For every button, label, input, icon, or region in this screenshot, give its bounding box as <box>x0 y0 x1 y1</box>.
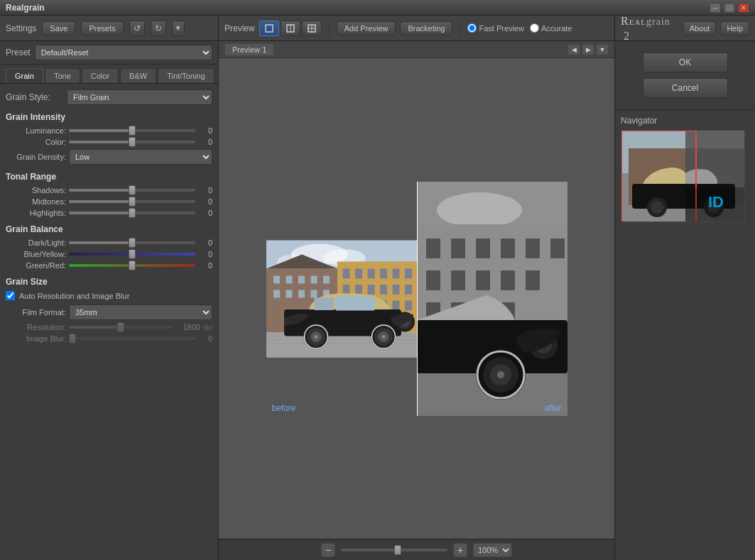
after-image <box>417 182 567 416</box>
dropdown-icon: ▼ <box>175 24 182 32</box>
resolution-row: Resolution: 1800 dpi <box>6 323 212 331</box>
ok-button[interactable]: OK <box>643 53 728 72</box>
image-blur-label: Image Blur: <box>6 334 66 343</box>
resolution-slider <box>69 326 173 329</box>
midtones-slider[interactable] <box>69 200 195 203</box>
green-red-slider[interactable] <box>69 264 195 267</box>
zoom-out-button[interactable]: − <box>321 543 335 557</box>
preset-select[interactable]: Default/Reset Custom <box>35 45 212 60</box>
svg-rect-12 <box>355 268 362 278</box>
grain-style-select[interactable]: Film Grain Digital Noise <box>67 89 212 105</box>
auto-resolution-label[interactable]: Auto Resolution and Image Blur <box>19 292 129 300</box>
left-toolbar: Settings Save Presets ↺ ↻ ▼ <box>0 16 218 41</box>
fast-preview-label: Fast Preview <box>479 24 524 33</box>
svg-rect-74 <box>476 270 490 290</box>
right-toolbar: Realgrain 2 About Help <box>615 16 755 41</box>
about-button[interactable]: About <box>683 21 717 35</box>
svg-rect-73 <box>451 270 465 290</box>
presets-button[interactable]: Presets <box>81 21 123 35</box>
next-button[interactable]: ▶ <box>582 44 594 55</box>
shadows-label: Shadows: <box>6 186 66 194</box>
accurate-radio[interactable] <box>530 23 539 33</box>
zoom-out-icon: − <box>325 544 331 556</box>
svg-rect-46 <box>335 296 374 310</box>
minimize-button[interactable]: ─ <box>710 3 721 13</box>
tab-grain[interactable]: Grain <box>6 68 43 83</box>
tonal-range-header: Tonal Range <box>6 172 212 182</box>
color-intensity-slider[interactable] <box>69 141 195 143</box>
navigator-preview: ID <box>621 130 745 222</box>
preset-label: Preset <box>6 48 31 57</box>
preview-image-container: before after <box>266 182 567 416</box>
preview-tab-1[interactable]: Preview 1 <box>224 43 274 56</box>
grain-style-label: Grain Style: <box>6 92 63 102</box>
shadows-row: Shadows: 0 <box>6 186 212 194</box>
svg-point-99 <box>651 201 663 214</box>
brand-grain: grain <box>646 16 670 27</box>
accurate-option[interactable]: Accurate <box>530 23 572 33</box>
add-preview-button[interactable]: Add Preview <box>337 21 396 35</box>
tab-tone[interactable]: Tone <box>45 68 80 83</box>
highlights-row: Highlights: 0 <box>6 209 212 217</box>
redo-button[interactable]: ↻ <box>151 21 166 36</box>
fast-preview-option[interactable]: Fast Preview <box>467 23 524 33</box>
svg-point-86 <box>497 371 504 378</box>
view-split-v-button[interactable] <box>302 21 322 36</box>
blue-yellow-row: Blue/Yellow: 0 <box>6 250 212 258</box>
prev-button[interactable]: ◀ <box>567 44 580 55</box>
tab-tint-toning[interactable]: Tint/Toning <box>158 68 214 83</box>
zoom-select[interactable]: 100% 50% 200% Fit <box>473 543 512 557</box>
dark-light-slider[interactable] <box>69 241 195 244</box>
center-panel: Preview <box>219 16 614 560</box>
svg-rect-11 <box>342 268 349 278</box>
svg-rect-32 <box>286 275 292 283</box>
svg-rect-13 <box>367 268 374 278</box>
close-button[interactable]: ✕ <box>738 3 749 13</box>
brand-version: 2 <box>624 30 630 42</box>
maximize-button[interactable]: □ <box>724 3 735 13</box>
svg-point-64 <box>437 192 522 228</box>
green-red-value: 0 <box>198 261 212 270</box>
svg-rect-31 <box>273 275 280 283</box>
blue-yellow-label: Blue/Yellow: <box>6 250 66 258</box>
luminance-label: Luminance: <box>6 126 66 135</box>
app-title: Realgrain <box>6 3 45 13</box>
grain-density-select[interactable]: Low Medium High <box>69 149 212 165</box>
film-format-select[interactable]: 35mm 120mm 4x5 <box>69 304 212 320</box>
brand-real: Real <box>621 15 646 27</box>
image-blur-slider <box>69 337 195 340</box>
auto-resolution-checkbox[interactable] <box>6 291 15 300</box>
before-label: before <box>272 403 296 413</box>
toolbar-dropdown[interactable]: ▼ <box>172 21 185 36</box>
fast-preview-radio[interactable] <box>467 23 477 33</box>
highlights-slider[interactable] <box>69 212 195 214</box>
settings-label: Settings <box>6 23 36 33</box>
color-intensity-label: Color: <box>6 138 66 146</box>
tab-color[interactable]: Color <box>82 68 119 83</box>
view-single-button[interactable] <box>259 21 279 36</box>
bracketing-button[interactable]: Bracketing <box>400 21 452 35</box>
save-button[interactable]: Save <box>42 21 75 35</box>
resolution-unit: dpi <box>203 324 212 331</box>
svg-rect-18 <box>355 285 362 295</box>
svg-rect-19 <box>367 285 374 295</box>
tab-bw[interactable]: B&W <box>120 68 156 83</box>
view-split-h-button[interactable] <box>281 21 300 36</box>
zoom-in-button[interactable]: + <box>453 543 467 557</box>
svg-rect-21 <box>392 285 399 295</box>
shadows-slider[interactable] <box>69 189 195 192</box>
help-button[interactable]: Help <box>720 21 749 35</box>
grain-size-header: Grain Size <box>6 277 212 287</box>
undo-button[interactable]: ↺ <box>129 21 145 36</box>
color-intensity-row: Color: 0 <box>6 138 212 146</box>
blue-yellow-slider[interactable] <box>69 253 195 256</box>
cancel-button[interactable]: Cancel <box>643 78 728 98</box>
luminance-slider[interactable] <box>69 129 195 132</box>
svg-rect-28 <box>405 300 412 310</box>
zoom-thumb[interactable] <box>394 545 401 555</box>
svg-point-51 <box>314 335 317 339</box>
preview-nav-dropdown[interactable]: ▼ <box>596 44 609 55</box>
main-layout: Settings Save Presets ↺ ↻ ▼ Preset Defau… <box>0 16 755 560</box>
zoom-slider[interactable] <box>341 549 447 551</box>
highlights-label: Highlights: <box>6 209 66 217</box>
